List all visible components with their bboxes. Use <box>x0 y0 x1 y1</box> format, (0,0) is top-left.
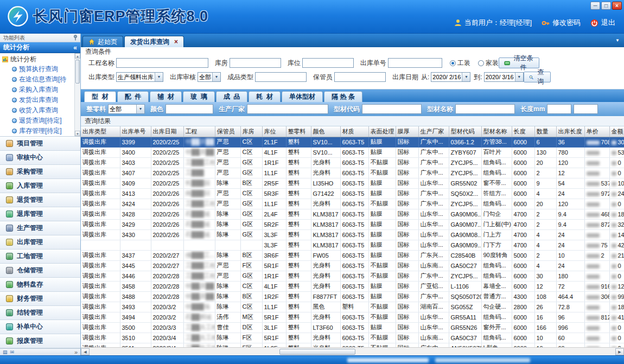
column-header[interactable]: 型材名称 <box>481 126 512 137</box>
sidebar-item-finance[interactable]: 财务管理 <box>0 292 80 306</box>
column-header[interactable]: 单价 <box>584 126 609 137</box>
location-input[interactable] <box>302 58 354 68</box>
table-row[interactable]: 调拨出库35002020/3/3工██共工程曹佳D区3L1F整料LT3F6060… <box>81 322 624 333</box>
product-type-input[interactable] <box>255 72 307 82</box>
project-name-input[interactable] <box>116 58 208 68</box>
sidebar-item-warehouse[interactable]: 仓储管理 <box>0 264 80 278</box>
column-header[interactable]: 金额 <box>609 126 624 137</box>
sidebar-item-returns[interactable]: 退货管理 <box>0 193 80 207</box>
search-button[interactable]: 查 询 <box>524 72 551 82</box>
column-header[interactable]: 颜色 <box>311 126 340 137</box>
scroll-thumb[interactable] <box>279 349 355 355</box>
sidebar-item-purchasing[interactable]: 采购管理 <box>0 165 80 179</box>
table-row[interactable]: 调拨出库35112020/3/4工██共工程陈琳F区1L2F整料光身料6063-… <box>81 343 624 347</box>
column-header[interactable]: 出库单号 <box>120 126 151 137</box>
profile-name-input[interactable] <box>455 104 515 114</box>
table-row[interactable]: 调拨出库35102020/3/4工██共工程陈琳F区5R1F整料光身料6063-… <box>81 333 624 343</box>
sidebar-item-inbound[interactable]: 入库管理 <box>0 179 80 193</box>
clear-conditions-button[interactable]: 清空条件 <box>499 58 539 68</box>
table-row[interactable]: 调拨出库34882020/2/28华██原██陈琳B区1R2F整料F8877FT… <box>81 291 624 302</box>
tab-list-caret-icon[interactable]: ▼ <box>615 38 620 43</box>
collapse-icon[interactable]: « <box>73 44 77 52</box>
maximize-button[interactable]: □ <box>601 2 611 10</box>
tree-item[interactable]: 库存管理[待定] <box>2 126 74 136</box>
material-tab-3[interactable]: 玻 璃 <box>183 91 215 102</box>
sidebar-item-sites[interactable]: 工地管理 <box>0 250 80 264</box>
column-header[interactable]: 库房 <box>240 126 262 137</box>
sidebar-item-scrap[interactable]: 报废管理 <box>0 334 80 348</box>
date-to-select[interactable]: 2020/ 3/16 ▼ <box>484 72 524 82</box>
tree-item[interactable]: 发货出库查询 <box>2 95 74 105</box>
keeper-input[interactable] <box>334 72 386 82</box>
more-chevron-icon[interactable]: » <box>74 349 78 355</box>
scroll-down-icon[interactable]: ▼ <box>75 131 80 136</box>
tree-item[interactable]: 采购入库查询 <box>2 85 74 95</box>
tree-item[interactable]: 退货查询[待定] <box>2 116 74 126</box>
warehouse-input[interactable] <box>230 58 281 68</box>
table-row[interactable]: 调拨出库34582020/2/28华██原██陈琳C区4L1F整料光身料6063… <box>81 281 624 291</box>
column-header[interactable]: 型材代码 <box>449 126 481 137</box>
material-tab-4[interactable]: 成 品 <box>216 91 248 102</box>
column-header[interactable]: 库位 <box>262 126 286 137</box>
whole-part-select[interactable]: 全部 ▼ <box>108 104 145 114</box>
scroll-right-icon[interactable]: ▶ <box>615 348 624 355</box>
column-header[interactable]: 生产厂家 <box>418 126 449 137</box>
sidebar-section-statistics[interactable]: 统计分析 « <box>0 42 80 53</box>
horizontal-scrollbar[interactable]: ◀ ▶ <box>81 347 624 355</box>
scroll-left-icon[interactable]: ◀ <box>81 348 90 355</box>
column-header[interactable]: 长度 <box>512 126 534 137</box>
out-type-select[interactable]: 生产领料出库 ▼ <box>116 72 163 82</box>
table-row[interactable]: 调拨出库34092020/2/25长███园陈琳B区2R5F整料LI35HO60… <box>81 178 624 188</box>
radio-gongzhuang[interactable]: 工装 <box>450 59 470 68</box>
tab-shipment-outbound-query[interactable]: 发货出库查询 × <box>124 36 184 47</box>
message-icon[interactable]: ✉ <box>10 349 15 355</box>
table-row[interactable]: 调拨出库34372020/2/27佛███工...陈琳B区3R6F整料FW056… <box>81 250 624 260</box>
sidebar-item-stock-return[interactable]: 退库管理 <box>0 207 80 221</box>
sidebar-item-outbound[interactable]: 出库管理 <box>0 235 80 250</box>
length-max-input[interactable] <box>574 104 598 114</box>
scroll-thumb[interactable] <box>75 60 80 84</box>
table-row[interactable]: 调拨出库33992020/2/25华██原██严思C区2L1F整料SV10...… <box>81 137 624 147</box>
minimize-button[interactable]: ─ <box>590 2 600 10</box>
table-row[interactable]: 调拨出库34292020/2/26石███城陈琳G区5R2F整料KLM38176… <box>81 219 624 229</box>
material-tab-6[interactable]: 单体型材 <box>282 91 323 102</box>
table-row[interactable]: 调拨出库34452020/2/27工███工程严思F区5R1F整料光身料6063… <box>81 260 624 271</box>
date-from-select[interactable]: 2020/ 2/16 ▼ <box>431 72 470 82</box>
table-row[interactable]: 调拨出库34462020/2/28工███工程严思G区1R1F整料光身料6063… <box>81 271 624 281</box>
table-row[interactable]: 调拨出库34942020/3/2石██辉城汤伟M区5R1F整料光身料6063-T… <box>81 312 624 322</box>
table-row[interactable]: 3L3F整料KLM38176063-T5贴膜国标山东华...GA90M09...… <box>81 240 624 250</box>
column-header[interactable]: 工程 <box>183 126 215 137</box>
table-row[interactable]: 调拨出库34932020/3/2华███场陈琳C区1L1F整料黑色塑料不贴膜国标… <box>81 302 624 312</box>
table-row[interactable]: 调拨出库34002020/2/25华██原██严思C区4L1F整料SV10...… <box>81 147 624 157</box>
column-header[interactable]: 保管员 <box>215 126 240 137</box>
sidebar-item-reorder-center[interactable]: 补单中心 <box>0 320 80 334</box>
logout-button[interactable]: 退出 <box>590 18 615 28</box>
length-min-input[interactable] <box>547 104 571 114</box>
sidebar-item-carryover[interactable]: 结转管理 <box>0 306 80 320</box>
tree-scrollbar[interactable]: ▲ ▼ <box>74 53 80 136</box>
material-tab-0[interactable]: 型 材 <box>84 91 116 102</box>
column-header[interactable]: 出库类型 <box>81 126 120 137</box>
table-row[interactable]: 调拨出库34242020/2/26工███工程严思G区1L1F整料光身料6063… <box>81 199 624 209</box>
column-header[interactable]: 材质 <box>340 126 368 137</box>
table-row[interactable]: 调拨出库34302020/2/26石███城陈琳G区3L3F整料KLM38176… <box>81 229 624 240</box>
column-header[interactable]: 表面处理 <box>368 126 396 137</box>
scroll-up-icon[interactable]: ▲ <box>75 53 80 59</box>
material-tab-1[interactable]: 配 件 <box>117 91 149 102</box>
sidebar-item-inventory[interactable]: 物料盘存 <box>0 278 80 292</box>
material-tab-5[interactable]: 耗 材 <box>249 91 281 102</box>
tree-item[interactable]: 收货入库查询 <box>2 105 74 116</box>
color-input[interactable] <box>165 104 213 114</box>
material-tab-2[interactable]: 辅 材 <box>150 91 182 102</box>
tree-item[interactable]: 预算执行查询 <box>2 64 74 74</box>
material-tab-7[interactable]: 隔 热 条 <box>324 91 362 102</box>
column-header[interactable]: 出库日期 <box>151 126 183 137</box>
column-header[interactable]: 出库长度 <box>556 126 584 137</box>
column-header[interactable]: 膜厚 <box>396 126 418 137</box>
monitor-icon[interactable]: ▤ <box>3 349 8 355</box>
radio-jiazhuang[interactable]: 家装 <box>478 59 499 68</box>
sidebar-item-audit-center[interactable]: 审核中心 <box>0 151 80 165</box>
pin-icon[interactable] <box>73 35 78 41</box>
change-password-link[interactable]: 修改密码 <box>542 18 581 28</box>
close-window-button[interactable]: × <box>612 2 622 10</box>
